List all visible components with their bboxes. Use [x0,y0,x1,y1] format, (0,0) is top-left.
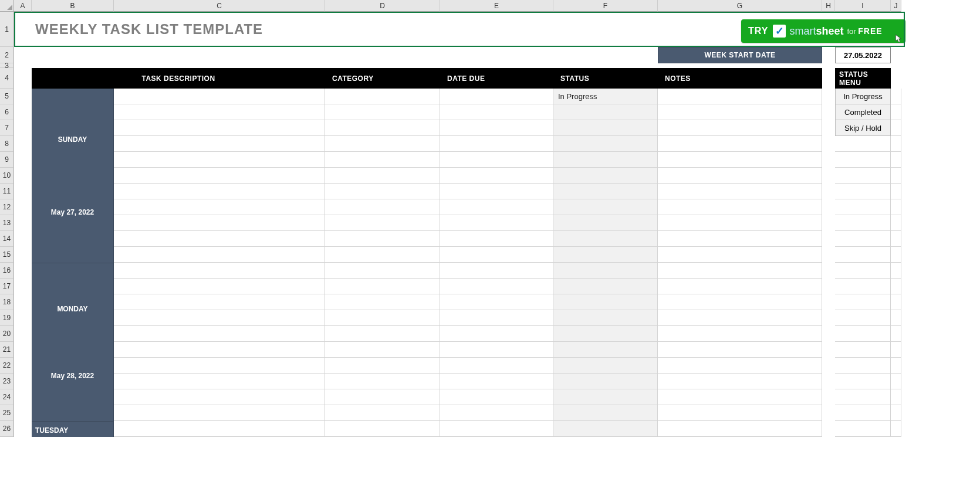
blank[interactable] [14,247,32,263]
blank[interactable] [553,63,658,68]
cell-J7[interactable] [891,120,901,136]
cell-category[interactable] [325,342,440,358]
row-header-16[interactable]: 16 [0,263,14,279]
cell-status[interactable] [553,294,658,310]
cell-I20[interactable] [835,326,891,342]
col-header-D[interactable]: D [325,0,440,12]
blank[interactable] [14,89,32,104]
col-header-C[interactable]: C [114,0,325,12]
blank[interactable] [14,294,32,310]
status-menu-item[interactable]: In Progress [835,89,891,104]
cell-due[interactable] [440,405,553,421]
blank[interactable] [822,63,835,68]
blank[interactable] [14,63,32,68]
cell-due[interactable] [440,421,553,437]
cell-J18[interactable] [891,294,901,310]
cell-status[interactable] [553,215,658,231]
cell-desc[interactable] [114,231,325,247]
row-header-8[interactable]: 8 [0,136,14,152]
cell-desc[interactable] [114,215,325,231]
blank[interactable] [325,47,440,63]
col-header-E[interactable]: E [440,0,553,12]
status-menu-item[interactable]: Skip / Hold [835,120,891,136]
blank[interactable] [835,63,891,68]
row-header-5[interactable]: 5 [0,89,14,104]
cell-desc[interactable] [114,152,325,168]
row-header-4[interactable]: 4 [0,68,14,89]
blank[interactable] [14,215,32,231]
cell-category[interactable] [325,136,440,152]
cell-J5[interactable] [891,89,901,104]
row-header-20[interactable]: 20 [0,326,14,342]
cell-status[interactable] [553,199,658,215]
cell-I23[interactable] [835,374,891,389]
cell-category[interactable] [325,215,440,231]
cell-desc[interactable] [114,326,325,342]
cell-category[interactable] [325,374,440,389]
cell-notes[interactable] [658,279,822,294]
cell-category[interactable] [325,405,440,421]
cell-category[interactable] [325,358,440,374]
cell-category[interactable] [325,168,440,184]
cell-notes[interactable] [658,89,822,104]
col-header-A[interactable]: A [14,0,32,12]
blank[interactable] [14,374,32,389]
row-header-25[interactable]: 25 [0,405,14,421]
cell-J17[interactable] [891,279,901,294]
row-header-7[interactable]: 7 [0,120,14,136]
cell-category[interactable] [325,104,440,120]
cell-notes[interactable] [658,326,822,342]
cell-notes[interactable] [658,168,822,184]
cell-category[interactable] [325,152,440,168]
cell-desc[interactable] [114,184,325,199]
cell-due[interactable] [440,231,553,247]
cell-I21[interactable] [835,342,891,358]
col-header-H[interactable]: H [822,0,835,12]
cell-J6[interactable] [891,104,901,120]
cell-status[interactable] [553,358,658,374]
cell-status[interactable] [553,120,658,136]
cell-desc[interactable] [114,294,325,310]
cell-desc[interactable] [114,263,325,279]
blank[interactable] [14,199,32,215]
row-header-26[interactable]: 26 [0,421,14,437]
blank[interactable] [891,68,901,89]
cell-I11[interactable] [835,184,891,199]
cell-notes[interactable] [658,247,822,263]
cell-notes[interactable] [658,358,822,374]
blank[interactable] [14,168,32,184]
cell-notes[interactable] [658,389,822,405]
cell-notes[interactable] [658,136,822,152]
cell-category[interactable] [325,279,440,294]
blank[interactable] [14,47,32,63]
week-start-value[interactable]: 27.05.2022 [835,47,891,63]
cell-notes[interactable] [658,310,822,326]
cell-due[interactable] [440,152,553,168]
cell-due[interactable] [440,326,553,342]
row-header-12[interactable]: 12 [0,199,14,215]
cell-due[interactable] [440,136,553,152]
cell-notes[interactable] [658,294,822,310]
cell-due[interactable] [440,168,553,184]
cell-I24[interactable] [835,389,891,405]
cell-J25[interactable] [891,405,901,421]
cell-J22[interactable] [891,358,901,374]
cell-notes[interactable] [658,215,822,231]
row-header-21[interactable]: 21 [0,342,14,358]
cell-status[interactable] [553,326,658,342]
cell-desc[interactable] [114,279,325,294]
cell-desc[interactable] [114,405,325,421]
cell-due[interactable] [440,374,553,389]
cell-category[interactable] [325,421,440,437]
blank[interactable] [325,63,440,68]
row-header-3[interactable]: 3 [0,63,14,68]
cell-desc[interactable] [114,168,325,184]
cell-I22[interactable] [835,358,891,374]
cell-J16[interactable] [891,263,901,279]
blank[interactable] [440,63,553,68]
cell-I26[interactable] [835,421,891,437]
cell-due[interactable] [440,215,553,231]
col-header-I[interactable]: I [835,0,891,12]
cell-notes[interactable] [658,263,822,279]
cell-category[interactable] [325,263,440,279]
